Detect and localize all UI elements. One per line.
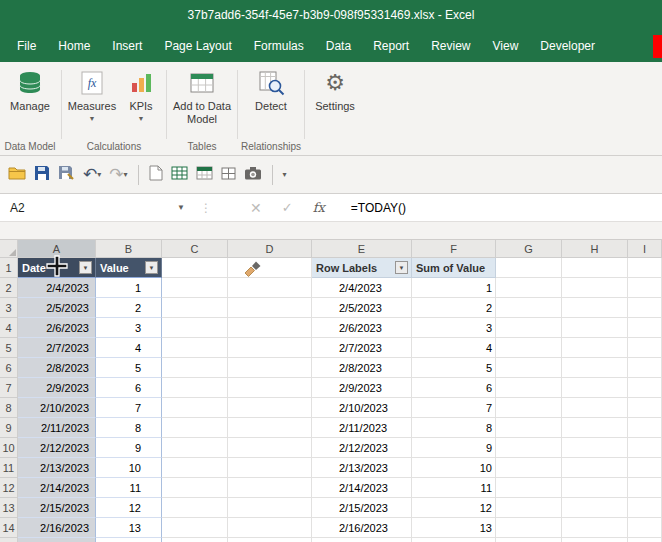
cell-E5[interactable]: 2/7/2023	[312, 338, 412, 358]
cell-F8[interactable]: 7	[412, 398, 496, 418]
cell-D4[interactable]	[228, 318, 312, 338]
row-header-5[interactable]: 5	[0, 338, 18, 358]
cell-D7[interactable]	[228, 378, 312, 398]
cell-H2[interactable]	[562, 278, 628, 298]
row-header-14[interactable]: 14	[0, 518, 18, 538]
cell-E13[interactable]: 2/15/2023	[312, 498, 412, 518]
cell-G2[interactable]	[496, 278, 562, 298]
row-header-9[interactable]: 9	[0, 418, 18, 438]
cell-B3[interactable]: 2	[96, 298, 162, 318]
column-header-F[interactable]: F	[412, 240, 496, 258]
name-box-dropdown-icon[interactable]: ▼	[168, 203, 194, 212]
cell-B12[interactable]: 11	[96, 478, 162, 498]
column-header-A[interactable]: A	[18, 240, 96, 258]
cell-F3[interactable]: 2	[412, 298, 496, 318]
column-header-C[interactable]: C	[162, 240, 228, 258]
cell-A12[interactable]: 2/14/2023	[18, 478, 96, 498]
cell-I9[interactable]	[628, 418, 662, 438]
format-as-table-button[interactable]	[196, 163, 213, 187]
customize-toolbar-button[interactable]: ▾	[283, 163, 287, 187]
row-header-4[interactable]: 4	[0, 318, 18, 338]
row-header-12[interactable]: 12	[0, 478, 18, 498]
save-as-button[interactable]	[58, 163, 75, 187]
cell-B1[interactable]: Value▼	[96, 258, 162, 278]
cell-A15[interactable]	[18, 538, 96, 542]
ribbon-tab-developer[interactable]: Developer	[529, 31, 606, 61]
cell-G9[interactable]	[496, 418, 562, 438]
cell-F5[interactable]: 4	[412, 338, 496, 358]
cell-D2[interactable]	[228, 278, 312, 298]
ribbon-tab-report[interactable]: Report	[362, 31, 420, 61]
ribbon-tab-data[interactable]: Data	[315, 31, 362, 61]
cell-I5[interactable]	[628, 338, 662, 358]
cell-D1[interactable]	[228, 258, 312, 278]
cell-H9[interactable]	[562, 418, 628, 438]
cell-G7[interactable]	[496, 378, 562, 398]
cell-A1[interactable]: Date▼	[18, 258, 96, 278]
cell-D6[interactable]	[228, 358, 312, 378]
cell-C1[interactable]	[162, 258, 228, 278]
row-header-6[interactable]: 6	[0, 358, 18, 378]
kpis-button[interactable]: KPIs ▼	[119, 66, 163, 123]
cell-D11[interactable]	[228, 458, 312, 478]
cell-I6[interactable]	[628, 358, 662, 378]
cell-H7[interactable]	[562, 378, 628, 398]
cell-H3[interactable]	[562, 298, 628, 318]
cell-E4[interactable]: 2/6/2023	[312, 318, 412, 338]
cell-E2[interactable]: 2/4/2023	[312, 278, 412, 298]
cell-E7[interactable]: 2/9/2023	[312, 378, 412, 398]
cell-C4[interactable]	[162, 318, 228, 338]
cell-I11[interactable]	[628, 458, 662, 478]
cell-C5[interactable]	[162, 338, 228, 358]
cell-G6[interactable]	[496, 358, 562, 378]
ribbon-tab-page-layout[interactable]: Page Layout	[153, 31, 242, 61]
cell-D8[interactable]	[228, 398, 312, 418]
cell-B9[interactable]: 8	[96, 418, 162, 438]
cell-F12[interactable]: 11	[412, 478, 496, 498]
cell-E1[interactable]: Row Labels▼	[312, 258, 412, 278]
cell-I8[interactable]	[628, 398, 662, 418]
value-filter-button[interactable]: ▼	[145, 261, 158, 274]
cell-H10[interactable]	[562, 438, 628, 458]
cell-E6[interactable]: 2/8/2023	[312, 358, 412, 378]
settings-button[interactable]: ⚙ Settings	[308, 66, 362, 113]
cell-H8[interactable]	[562, 398, 628, 418]
cell-G10[interactable]	[496, 438, 562, 458]
row-header-8[interactable]: 8	[0, 398, 18, 418]
cell-B6[interactable]: 5	[96, 358, 162, 378]
row-header-1[interactable]: 1	[0, 258, 18, 278]
cell-A4[interactable]: 2/6/2023	[18, 318, 96, 338]
cell-F2[interactable]: 1	[412, 278, 496, 298]
ribbon-tab-insert[interactable]: Insert	[101, 31, 153, 61]
detect-button[interactable]: Detect	[241, 66, 301, 113]
cell-I15[interactable]	[628, 538, 662, 542]
cell-C2[interactable]	[162, 278, 228, 298]
column-header-I[interactable]: I	[628, 240, 662, 258]
cell-I2[interactable]	[628, 278, 662, 298]
column-header-H[interactable]: H	[562, 240, 628, 258]
cell-C12[interactable]	[162, 478, 228, 498]
cell-H13[interactable]	[562, 498, 628, 518]
cell-F15[interactable]	[412, 538, 496, 542]
cell-H6[interactable]	[562, 358, 628, 378]
cell-D9[interactable]	[228, 418, 312, 438]
formula-input[interactable]: =TODAY()	[351, 201, 406, 215]
cell-E10[interactable]: 2/12/2023	[312, 438, 412, 458]
cell-F4[interactable]: 3	[412, 318, 496, 338]
cell-F14[interactable]: 13	[412, 518, 496, 538]
cell-C6[interactable]	[162, 358, 228, 378]
cell-B11[interactable]: 10	[96, 458, 162, 478]
undo-button[interactable]: ↶▾	[83, 163, 101, 187]
cell-E8[interactable]: 2/10/2023	[312, 398, 412, 418]
row-header-2[interactable]: 2	[0, 278, 18, 298]
cell-B10[interactable]: 9	[96, 438, 162, 458]
cell-H4[interactable]	[562, 318, 628, 338]
cell-H5[interactable]	[562, 338, 628, 358]
cell-A5[interactable]: 2/7/2023	[18, 338, 96, 358]
cell-F9[interactable]: 8	[412, 418, 496, 438]
cell-D13[interactable]	[228, 498, 312, 518]
open-button[interactable]	[8, 163, 26, 187]
cell-I1[interactable]	[628, 258, 662, 278]
cell-D14[interactable]	[228, 518, 312, 538]
cell-G5[interactable]	[496, 338, 562, 358]
